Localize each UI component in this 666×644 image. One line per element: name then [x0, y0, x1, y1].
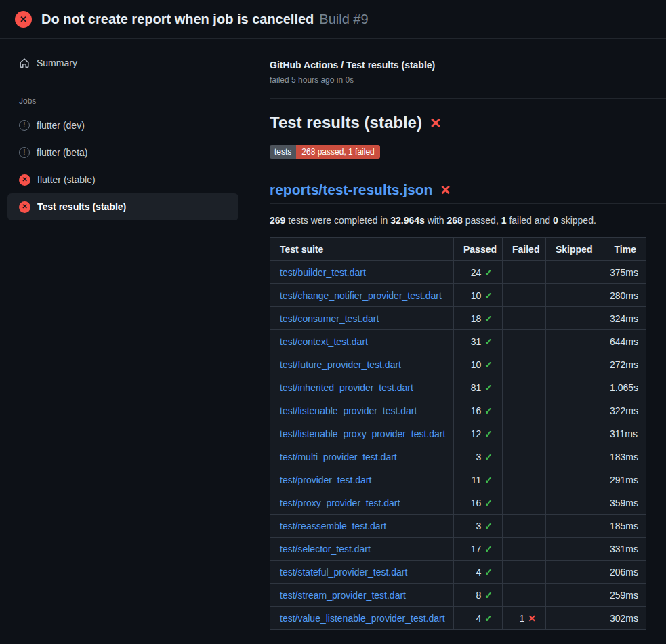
failed-cell [503, 468, 546, 491]
failed-cell [503, 399, 546, 422]
column-header-failed: Failed [503, 238, 546, 261]
section-title-text: Test results (stable) [270, 113, 422, 132]
table-row: test/provider_test.dart11✓291ms [270, 468, 646, 491]
duration-value: 32.964s [390, 215, 425, 226]
passed-count: 11 [472, 475, 482, 485]
failed-cell [503, 422, 546, 445]
skipped-cell [546, 353, 600, 376]
sidebar-item-flutter-stable[interactable]: ✕flutter (stable) [7, 166, 238, 193]
table-row: test/proxy_provider_test.dart16✓359ms [270, 491, 646, 515]
passed-cell: 18✓ [454, 307, 503, 330]
summary-text: tests were completed in [285, 215, 390, 226]
test-suite-link[interactable]: test/value_listenable_provider_test.dart [280, 613, 445, 624]
sidebar-item-summary[interactable]: Summary [7, 49, 238, 77]
skipped-cell [546, 376, 600, 399]
skipped-cell [546, 261, 600, 284]
time-cell: 259ms [600, 584, 646, 607]
test-suite-cell: test/change_notifier_provider_test.dart [270, 284, 454, 307]
sidebar-item-label: flutter (dev) [37, 120, 85, 131]
passed-cell: 4✓ [454, 561, 503, 584]
workflow-run-title: Do not create report when job is cancell… [41, 12, 314, 26]
passed-cell: 17✓ [454, 538, 503, 561]
check-icon: ✓ [484, 613, 493, 624]
time-cell: 644ms [600, 330, 646, 353]
sidebar-item-test-results-stable[interactable]: ✕Test results (stable) [7, 193, 238, 220]
test-suite-cell: test/multi_provider_test.dart [270, 445, 454, 468]
passed-cell: 12✓ [454, 422, 503, 445]
skipped-cell [546, 584, 600, 607]
test-suite-cell: test/inherited_provider_test.dart [270, 376, 454, 399]
check-icon: ✓ [484, 336, 493, 347]
table-row: test/listenable_proxy_provider_test.dart… [270, 422, 646, 445]
report-file-link[interactable]: reports/test-results.json [270, 182, 432, 198]
skipped-cell [546, 561, 600, 584]
skipped-cell [546, 538, 600, 561]
test-suite-link[interactable]: test/listenable_provider_test.dart [280, 405, 417, 416]
failed-count: 1 [519, 613, 524, 624]
test-suite-link[interactable]: test/change_notifier_provider_test.dart [280, 290, 442, 301]
cancelled-icon: ! [19, 147, 30, 158]
time-cell: 302ms [600, 607, 646, 630]
test-suite-link[interactable]: test/proxy_provider_test.dart [280, 498, 400, 508]
time-cell: 359ms [600, 491, 646, 515]
failed-cell: 1✕ [503, 607, 546, 630]
skipped-cell [546, 422, 600, 445]
passed-count: 268 [447, 215, 463, 226]
check-icon: ✓ [484, 475, 493, 485]
test-suite-cell: test/stateful_provider_test.dart [270, 561, 454, 584]
test-suite-link[interactable]: test/future_provider_test.dart [280, 359, 401, 370]
failed-count: 1 [501, 215, 507, 226]
test-suite-link[interactable]: test/provider_test.dart [280, 475, 371, 485]
skipped-cell [546, 607, 600, 630]
skipped-cell [546, 468, 600, 491]
passed-cell: 16✓ [454, 399, 503, 422]
test-suite-link[interactable]: test/inherited_provider_test.dart [280, 382, 413, 393]
sidebar-item-flutter-beta[interactable]: !flutter (beta) [7, 139, 238, 166]
test-suite-link[interactable]: test/multi_provider_test.dart [280, 451, 397, 462]
table-header: Test suite Passed Failed Skipped Time [270, 238, 646, 261]
sidebar-item-flutter-dev[interactable]: !flutter (dev) [7, 112, 238, 139]
passed-count: 16 [471, 405, 482, 416]
check-icon: ✓ [484, 290, 493, 301]
test-suite-link[interactable]: test/context_test.dart [280, 336, 368, 347]
skipped-cell [546, 399, 600, 422]
test-suite-link[interactable]: test/listenable_proxy_provider_test.dart [280, 428, 445, 439]
sidebar-item-label: Summary [37, 58, 77, 68]
passed-cell: 81✓ [454, 376, 503, 399]
passed-cell: 10✓ [454, 353, 503, 376]
passed-cell: 31✓ [454, 330, 503, 353]
skipped-cell [546, 330, 600, 353]
time-cell: 206ms [600, 561, 646, 584]
failed-cell [503, 330, 546, 353]
time-cell: 324ms [600, 307, 646, 330]
failed-cell [503, 261, 546, 284]
passed-cell: 10✓ [454, 284, 503, 307]
table-row: test/listenable_provider_test.dart16✓322… [270, 399, 646, 422]
test-suite-link[interactable]: test/builder_test.dart [280, 267, 366, 278]
passed-count: 3 [476, 451, 481, 462]
test-suite-link[interactable]: test/reassemble_test.dart [280, 521, 386, 531]
passed-count: 17 [471, 544, 482, 555]
test-suite-link[interactable]: test/consumer_test.dart [280, 313, 379, 324]
passed-count: 10 [471, 359, 482, 370]
passed-cell: 3✓ [454, 515, 503, 538]
time-cell: 1.065s [600, 376, 646, 399]
summary-text: with [425, 215, 447, 226]
passed-count: 3 [476, 521, 481, 531]
skipped-cell [546, 445, 600, 468]
time-cell: 185ms [600, 515, 646, 538]
passed-cell: 16✓ [454, 491, 503, 515]
test-suite-cell: test/reassemble_test.dart [270, 515, 454, 538]
table-row: test/selector_test.dart17✓331ms [270, 538, 646, 561]
test-suite-link[interactable]: test/selector_test.dart [280, 544, 371, 555]
passed-count: 24 [471, 267, 482, 278]
test-suite-link[interactable]: test/stateful_provider_test.dart [280, 567, 407, 578]
failed-status-icon: ✕ [15, 11, 32, 28]
column-header-time: Time [600, 238, 646, 261]
table-row: test/future_provider_test.dart10✓272ms [270, 353, 646, 376]
test-suite-link[interactable]: test/stream_provider_test.dart [280, 590, 406, 601]
sidebar-item-label: flutter (stable) [37, 174, 96, 185]
test-suite-cell: test/proxy_provider_test.dart [270, 491, 454, 515]
column-header-test-suite: Test suite [270, 238, 454, 261]
check-icon: ✓ [484, 521, 493, 531]
